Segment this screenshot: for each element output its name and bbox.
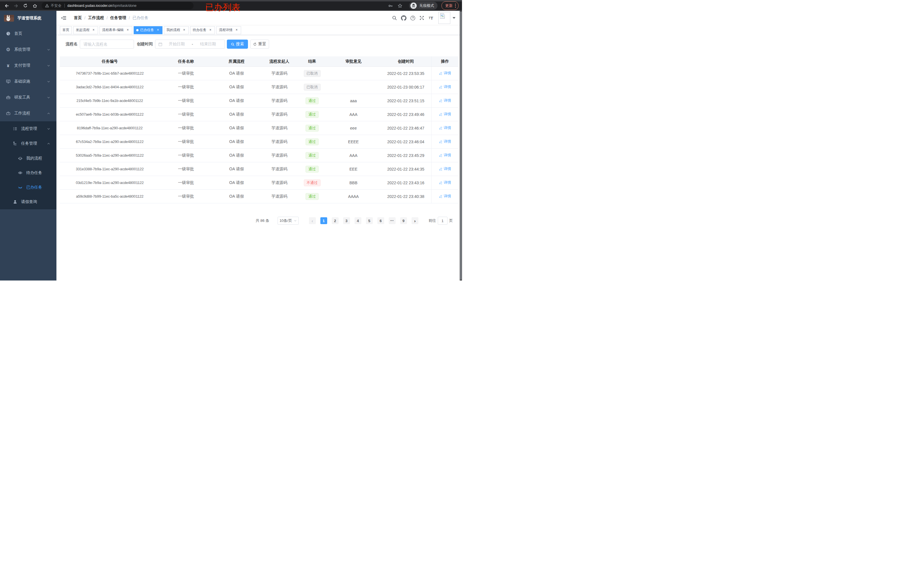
edit-pencil-icon <box>439 181 442 184</box>
breadcrumb-label: 首页 <box>74 15 82 21</box>
back-icon[interactable] <box>3 2 10 9</box>
edit-pencil-icon <box>439 85 442 89</box>
search-icon[interactable] <box>390 11 399 25</box>
breadcrumb-item[interactable]: 任务管理 / <box>110 15 132 21</box>
close-icon[interactable]: × <box>235 28 238 32</box>
detail-button[interactable]: 详情 <box>439 166 451 171</box>
next-page-button[interactable]: › <box>411 217 418 224</box>
sidebar-item-pay[interactable]: ¥ 支付管理 <box>0 57 56 73</box>
pagination: 共 86 条 10条/页 ‹ 1 2 3 4 5 6 <box>256 217 453 225</box>
sidebar-item-my-process[interactable]: 我的流程 <box>0 151 56 166</box>
sidebar-item-home[interactable]: 首页 <box>0 25 56 42</box>
breadcrumb-item[interactable]: 已办任务 / <box>132 15 148 21</box>
tab[interactable]: 发起流程 × <box>73 26 98 34</box>
tab[interactable]: 流程表单-编辑 × <box>99 26 132 34</box>
app-logo[interactable]: 芋道管理系统 <box>0 11 56 25</box>
tab[interactable]: 我的流程 × <box>164 26 189 34</box>
cell-actions: 详情 <box>431 135 459 149</box>
prev-page-button[interactable]: ‹ <box>309 217 316 224</box>
detail-button[interactable]: 详情 <box>439 180 451 185</box>
cell-created: 2022-01-22 23:46:47 <box>381 121 431 135</box>
search-button[interactable]: 搜索 <box>227 40 248 49</box>
sidebar-item-todo-tasks[interactable]: 待办任务 <box>0 166 56 180</box>
address-bar[interactable]: 不安全 dashboard.yudao.iocoder.cn/bpm/task/… <box>42 2 194 9</box>
detail-button-label: 详情 <box>444 70 451 76</box>
reload-icon[interactable] <box>22 2 29 9</box>
page-unit-label: 页 <box>449 218 453 223</box>
cell-process: OA 请假 <box>212 67 261 80</box>
detail-button[interactable]: 详情 <box>439 139 451 144</box>
cell-created: 2022-01-22 23:43:16 <box>381 176 431 190</box>
close-icon[interactable]: × <box>126 28 130 32</box>
tab[interactable]: 首页 × <box>60 26 72 34</box>
hamburger-icon[interactable] <box>56 15 69 21</box>
detail-button[interactable]: 详情 <box>439 194 451 199</box>
sidebar-item-task-mgmt[interactable]: 任务管理 <box>0 136 56 151</box>
close-icon[interactable]: × <box>208 28 212 32</box>
tab[interactable]: 待办任务 × <box>190 26 215 34</box>
page-size-select[interactable]: 10条/页 <box>278 217 299 225</box>
screen: 不安全 dashboard.yudao.iocoder.cn/bpm/task/… <box>0 0 462 280</box>
detail-button[interactable]: 详情 <box>439 125 451 130</box>
forward-icon[interactable] <box>12 2 20 9</box>
end-date-placeholder[interactable]: 结束日期 <box>194 42 222 47</box>
page-button[interactable]: 9 <box>400 217 407 224</box>
goto-page-input[interactable] <box>438 217 447 225</box>
sidebar-item-devtools[interactable]: 研发工具 <box>0 90 56 105</box>
detail-button[interactable]: 详情 <box>439 84 451 90</box>
close-icon[interactable]: × <box>156 28 160 32</box>
page-button[interactable]: 4 <box>354 217 362 224</box>
sidebar-item-process-mgmt[interactable]: 流程管理 <box>0 121 56 136</box>
navbar-right: TT <box>390 11 456 25</box>
page-button[interactable]: 6 <box>377 217 384 224</box>
avatar[interactable] <box>438 12 450 24</box>
sidebar-item-infra[interactable]: 基础设施 <box>0 73 56 90</box>
tree-list-icon <box>12 126 17 131</box>
home-icon[interactable] <box>31 2 39 9</box>
key-icon[interactable] <box>387 2 394 9</box>
window-scrollbar[interactable] <box>460 11 462 280</box>
chevron-up-icon <box>47 142 50 145</box>
detail-button[interactable]: 详情 <box>439 98 451 103</box>
process-name-input[interactable] <box>80 40 134 49</box>
detail-button[interactable]: 详情 <box>439 70 451 76</box>
reset-button[interactable]: 重置 <box>250 40 269 49</box>
breadcrumb-label: 已办任务 <box>132 15 148 21</box>
tab[interactable]: 已办任务 × <box>134 26 162 34</box>
breadcrumb-item[interactable]: 首页 / <box>74 15 88 21</box>
sidebar-item-done-tasks[interactable]: 已办任务 <box>0 180 56 194</box>
tab[interactable]: 流程详情 × <box>216 26 241 34</box>
sidebar-item-leave-query[interactable]: 请假查询 <box>0 194 56 209</box>
detail-button-label: 详情 <box>444 194 451 199</box>
fullscreen-icon[interactable] <box>417 11 426 25</box>
sidebar-item-system[interactable]: ⚙ 系统管理 <box>0 42 56 57</box>
tab-label: 流程表单-编辑 <box>102 28 124 33</box>
sidebar-item-workflow[interactable]: 工作流程 <box>0 105 56 121</box>
close-icon[interactable]: × <box>92 28 96 32</box>
font-size-icon[interactable]: TT <box>426 11 435 25</box>
avatar-caret-icon[interactable] <box>453 17 456 19</box>
detail-button[interactable]: 详情 <box>439 153 451 158</box>
sidebar-item-label: 支付管理 <box>14 63 30 68</box>
close-icon[interactable]: × <box>182 28 186 32</box>
person-icon <box>12 200 17 205</box>
bookmark-star-icon[interactable] <box>396 2 404 9</box>
cell-created: 2022-01-22 23:53:35 <box>381 67 431 80</box>
date-range-picker[interactable]: 开始日期 - 结束日期 <box>155 40 225 49</box>
scrollbar-thumb[interactable] <box>460 11 462 280</box>
detail-button-label: 详情 <box>444 153 451 158</box>
update-button[interactable]: 更新 <box>441 1 459 10</box>
github-icon[interactable] <box>399 11 408 25</box>
detail-button[interactable]: 详情 <box>439 112 451 117</box>
kebab-menu-icon[interactable] <box>455 3 456 8</box>
page-button[interactable]: ••• <box>389 217 396 224</box>
col-task-id: 任务编号 <box>60 56 160 67</box>
page-button[interactable]: 3 <box>343 217 350 224</box>
start-date-placeholder[interactable]: 开始日期 <box>163 42 190 47</box>
help-icon[interactable] <box>408 11 417 25</box>
page-button[interactable]: 2 <box>332 217 339 224</box>
page-button[interactable]: 1 <box>320 217 327 224</box>
page-button[interactable]: 5 <box>366 217 373 224</box>
breadcrumb-item[interactable]: 工作流程 / <box>88 15 110 21</box>
cell-task-name: 一级审批 <box>160 149 212 162</box>
